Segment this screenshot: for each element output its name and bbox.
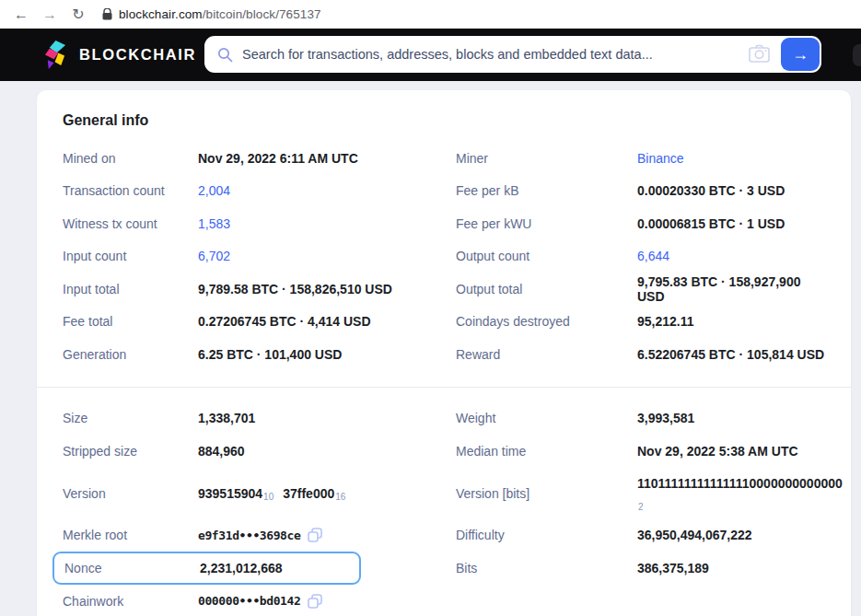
miner-link[interactable]: Binance: [637, 142, 825, 175]
blockchair-logo-icon[interactable]: [44, 40, 67, 70]
merkle-root-hash: e9f31d•••3698ce: [198, 529, 300, 542]
fee-per-kwu-value: 0.00006815 BTC · 1 USD: [637, 207, 825, 240]
arrow-right-icon: →: [792, 45, 809, 64]
chainwork-hash: 000000•••bd0142: [198, 594, 300, 608]
base-subscript: 10: [263, 492, 273, 502]
copy-icon[interactable]: [307, 593, 323, 610]
header-edge-partial-button[interactable]: [853, 44, 861, 66]
info-label: Coindays destroyed: [456, 306, 637, 339]
empty-cell: [637, 585, 843, 616]
fee-per-kb-value: 0.00020330 BTC · 3 USD: [637, 175, 825, 208]
chainwork-value: 000000•••bd0142: [198, 585, 456, 616]
info-label: Witness tx count: [63, 207, 198, 240]
mined-on-value: Nov 29, 2022 6:11 AM UTC: [198, 142, 456, 175]
info-label: Fee total: [63, 306, 198, 339]
empty-cell: [456, 585, 637, 616]
info-label: Version: [63, 468, 198, 519]
info-label: Input total: [63, 273, 198, 306]
search-input[interactable]: [242, 47, 775, 62]
info-section-2: Size 1,338,701 Weight 3,993,581 Stripped…: [37, 402, 851, 616]
search-bar: →: [204, 36, 821, 73]
camera-icon[interactable]: [749, 44, 770, 66]
reload-icon[interactable]: ↻: [68, 6, 88, 23]
info-label: Miner: [456, 142, 637, 175]
search-submit-button[interactable]: →: [781, 38, 820, 71]
version-bits-value: 110111111111111110000000000000 2: [637, 468, 843, 519]
padlock-icon[interactable]: [102, 8, 112, 20]
bits-value: 386,375,189: [637, 552, 843, 585]
section-divider: [37, 387, 851, 388]
copy-icon[interactable]: [307, 527, 323, 543]
url-host: blockchair.com: [119, 7, 203, 21]
generation-value: 6.25 BTC · 101,400 USD: [198, 338, 456, 371]
info-label: Bits: [456, 552, 637, 585]
info-label: Fee per kWU: [456, 207, 637, 240]
difficulty-value: 36,950,494,067,222: [637, 519, 843, 552]
info-label: Stripped size: [63, 435, 198, 468]
median-time-value: Nov 29, 2022 5:38 AM UTC: [637, 435, 843, 468]
info-label: Input count: [63, 240, 198, 273]
info-label: Nonce: [64, 561, 200, 575]
info-label: Chainwork: [63, 585, 198, 616]
version-hex: 37ffe000: [283, 486, 334, 501]
stripped-size-value: 884,960: [198, 435, 456, 468]
base-subscript: 16: [335, 492, 345, 502]
info-label: Merkle root: [63, 519, 198, 552]
back-icon[interactable]: ←: [11, 6, 31, 23]
search-icon: [217, 47, 233, 63]
output-total-value: 9,795.83 BTC · 158,927,900 USD: [637, 273, 825, 306]
info-label: Transaction count: [63, 175, 198, 208]
info-label: Median time: [456, 435, 637, 468]
info-label: Size: [63, 402, 198, 436]
input-count-link[interactable]: 6,702: [198, 240, 456, 273]
reward-value: 6.52206745 BTC · 105,814 USD: [637, 338, 825, 371]
nonce-value: 2,231,012,668: [200, 561, 283, 575]
input-total-value: 9,789.58 BTC · 158,826,510 USD: [198, 273, 456, 306]
merkle-root-value: e9f31d•••3698ce: [198, 519, 456, 552]
nonce-highlight-box: Nonce 2,231,012,668: [52, 552, 361, 585]
url-bar[interactable]: blockchair.com/bitcoin/block/765137: [102, 7, 321, 21]
info-label: Output total: [456, 273, 637, 306]
fee-total-value: 0.27206745 BTC · 4,414 USD: [198, 306, 456, 339]
output-count-link[interactable]: 6,644: [637, 240, 825, 273]
forward-icon[interactable]: →: [40, 6, 60, 23]
info-label: Reward: [456, 338, 637, 371]
version-value: 93951590410 37ffe00016: [198, 468, 456, 519]
info-label: Weight: [456, 402, 637, 436]
url-path: /bitcoin/block/765137: [203, 7, 321, 21]
brand-wordmark[interactable]: BLOCKCHAIR: [79, 46, 196, 64]
url-text: blockchair.com/bitcoin/block/765137: [119, 7, 321, 21]
app-header: BLOCKCHAIR →: [0, 29, 861, 81]
browser-chrome: ← → ↻ blockchair.com/bitcoin/block/76513…: [0, 0, 861, 29]
weight-value: 3,993,581: [637, 402, 843, 436]
coindays-destroyed-value: 95,212.11: [637, 306, 825, 339]
info-label: Difficulty: [456, 519, 637, 552]
info-label: Fee per kB: [456, 175, 637, 208]
info-section-1: Mined on Nov 29, 2022 6:11 AM UTC Miner …: [37, 142, 851, 371]
transaction-count-link[interactable]: 2,004: [198, 175, 456, 208]
page-title: General info: [37, 90, 851, 142]
info-label: Generation: [63, 338, 198, 371]
version-decimal: 939515904: [198, 486, 262, 501]
info-label: Mined on: [63, 142, 198, 175]
version-bits-binary: 110111111111111110000000000000: [637, 475, 843, 494]
general-info-card: General info Mined on Nov 29, 2022 6:11 …: [37, 90, 851, 616]
size-value: 1,338,701: [198, 402, 456, 436]
base-subscript: 2: [638, 502, 644, 512]
witness-tx-count-link[interactable]: 1,583: [198, 207, 456, 240]
info-label: Output count: [456, 240, 637, 273]
info-label: Version [bits]: [456, 468, 637, 519]
